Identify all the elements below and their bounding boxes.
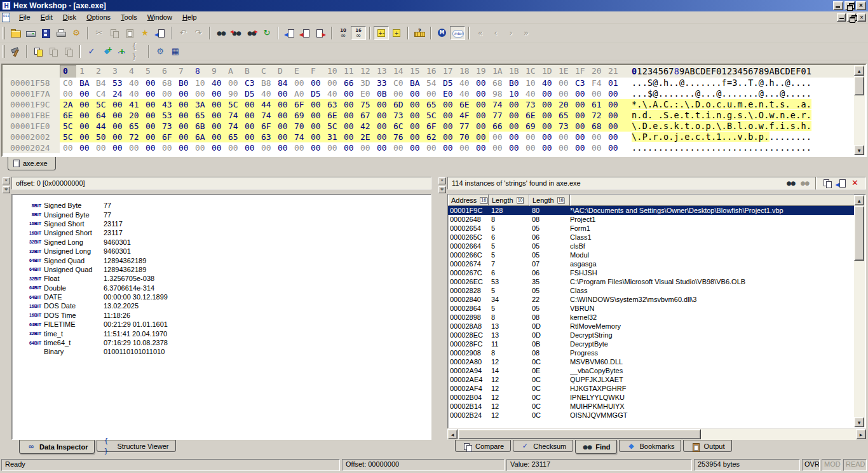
hex-display-button[interactable]	[351, 26, 366, 40]
decimal-display-button[interactable]	[336, 26, 351, 40]
menu-item-disk[interactable]: Disk	[58, 12, 81, 22]
goto-button[interactable]	[282, 26, 297, 40]
hex-byte[interactable]: 10	[506, 88, 522, 99]
hex-byte[interactable]: 00	[539, 132, 555, 142]
close-results-panel-button[interactable]: ×	[438, 177, 446, 184]
hex-byte[interactable]: 90	[225, 88, 241, 99]
mdi-minimize-button[interactable]	[837, 13, 846, 22]
string-result-row[interactable]: 00002B24120COISNJQVMMGGT	[448, 411, 855, 420]
hex-byte[interactable]: 00	[275, 142, 291, 153]
scroll-thumb[interactable]	[854, 206, 864, 261]
hex-byte[interactable]: 01	[605, 78, 621, 88]
hex-ascii[interactable]: \.P.r.o.j.e.c.t.1...v.b.p.........	[632, 132, 811, 142]
string-result-row[interactable]: 00002AE4120CQUPFJKJLXAET	[448, 375, 855, 384]
hex-byte[interactable]: 00	[374, 110, 390, 121]
hex-byte[interactable]: 00	[555, 132, 572, 142]
pin-inspector-panel-button[interactable]: ∗	[3, 186, 10, 193]
hex-byte[interactable]: 00	[555, 88, 572, 99]
hex-byte[interactable]: 5C	[324, 121, 341, 132]
hex-byte[interactable]: 40	[324, 88, 341, 99]
hex-byte[interactable]: 00	[572, 132, 588, 142]
hex-byte[interactable]: 00	[473, 121, 489, 132]
hex-byte[interactable]: D5	[308, 88, 324, 99]
hex-byte[interactable]: 6F	[423, 121, 440, 132]
export-results-button[interactable]	[834, 178, 848, 189]
hex-byte[interactable]: 40	[456, 78, 473, 88]
hex-byte[interactable]: 00	[324, 78, 341, 88]
hex-byte[interactable]: 72	[588, 110, 605, 121]
hex-byte[interactable]: 00	[555, 78, 572, 88]
inspector-panel-gripper[interactable]: × ∗	[2, 177, 10, 456]
string-result-row[interactable]: 00001F9C12880*\AC:\Documents and Setting…	[448, 206, 855, 215]
hex-byte[interactable]: B0	[175, 78, 192, 88]
hex-byte[interactable]: 00	[555, 142, 572, 153]
hex-byte[interactable]: C0	[60, 78, 76, 88]
hex-byte[interactable]: 74	[258, 110, 275, 121]
string-result-row[interactable]: 000028FC110BDecryptByte	[448, 339, 855, 348]
hex-byte[interactable]: 00	[407, 110, 423, 121]
hex-byte[interactable]: 40	[522, 88, 539, 99]
hex-byte[interactable]: 00	[440, 110, 456, 121]
hex-byte[interactable]: 00	[291, 142, 308, 153]
menu-item-tools[interactable]: Tools	[116, 12, 142, 22]
mdi-restore-button[interactable]	[847, 13, 856, 22]
hex-byte[interactable]: 75	[357, 99, 374, 110]
hex-byte[interactable]: 00	[159, 142, 175, 153]
hex-byte[interactable]: 84	[275, 78, 291, 88]
hex-byte[interactable]: 00	[175, 99, 192, 110]
hex-byte[interactable]: 00	[225, 78, 241, 88]
hex-byte[interactable]: B0	[506, 78, 522, 88]
hex-byte[interactable]: 00	[407, 121, 423, 132]
hex-byte[interactable]: 00	[142, 110, 159, 121]
hex-byte[interactable]: 00	[275, 99, 291, 110]
hex-byte[interactable]: 10	[192, 78, 208, 88]
hex-byte[interactable]: 10	[522, 78, 539, 88]
hex-byte[interactable]: 54	[423, 78, 440, 88]
hex-byte[interactable]: 77	[489, 110, 506, 121]
column-header-length-2[interactable]: Length16	[529, 195, 570, 206]
hex-byte[interactable]: 6E	[456, 99, 473, 110]
hex-byte[interactable]: 00	[341, 99, 357, 110]
hex-byte[interactable]: 00	[357, 142, 374, 153]
hex-byte[interactable]: 00	[440, 99, 456, 110]
hex-byte[interactable]: 00	[473, 99, 489, 110]
hex-byte[interactable]: 6F	[159, 132, 175, 142]
hex-byte[interactable]: 00	[192, 142, 208, 153]
hex-byte[interactable]: 00	[407, 132, 423, 142]
hex-byte[interactable]: E0	[440, 88, 456, 99]
hex-byte[interactable]: 74	[225, 121, 241, 132]
hex-byte[interactable]: 00	[407, 99, 423, 110]
hex-byte[interactable]: 00	[308, 132, 324, 142]
hex-byte[interactable]: C0	[390, 78, 407, 88]
hex-byte[interactable]: 00	[93, 142, 109, 153]
generate-checksum-button[interactable]	[99, 45, 114, 58]
hex-byte[interactable]: 5C	[60, 132, 76, 142]
hex-byte[interactable]: 00	[308, 78, 324, 88]
results-horizontal-scrollbar[interactable]: ◀ ▶	[447, 429, 866, 440]
hex-byte[interactable]: 44	[93, 121, 109, 132]
hex-byte[interactable]: 3D	[357, 78, 374, 88]
hex-byte[interactable]: 00	[407, 142, 423, 153]
intel-byte-order-button[interactable]	[450, 26, 465, 40]
hex-byte[interactable]: 76	[390, 132, 407, 142]
string-result-row[interactable]: 00002664505clsBf	[448, 242, 855, 250]
hex-ascii[interactable]: \.D.e.s.k.t.o.p.\.B.l.o.w.f.i.s.h.	[632, 121, 811, 132]
scroll-up-button[interactable]: ▲	[854, 65, 864, 76]
hex-byte[interactable]: 65	[126, 121, 142, 132]
hex-byte[interactable]: 00	[390, 88, 407, 99]
copy-results-button[interactable]	[820, 178, 834, 189]
hex-byte[interactable]: 00	[241, 121, 258, 132]
hex-byte[interactable]: 00	[374, 132, 390, 142]
hex-byte[interactable]: 00	[341, 142, 357, 153]
hex-byte[interactable]: 00	[60, 142, 76, 153]
hex-byte[interactable]: 73	[555, 121, 572, 132]
hex-byte[interactable]: 69	[522, 121, 539, 132]
string-result-row[interactable]: 00002A94140E__vbaCopyBytes	[448, 366, 855, 375]
hex-byte[interactable]: 50	[93, 132, 109, 142]
find-forward-button[interactable]	[244, 26, 259, 40]
hex-byte[interactable]: 00	[76, 121, 93, 132]
hex-byte[interactable]: 53	[159, 110, 175, 121]
hex-byte[interactable]: 00	[275, 132, 291, 142]
string-result-row[interactable]: 00002864505VBRUN	[448, 304, 855, 313]
hex-byte[interactable]: 00	[473, 132, 489, 142]
